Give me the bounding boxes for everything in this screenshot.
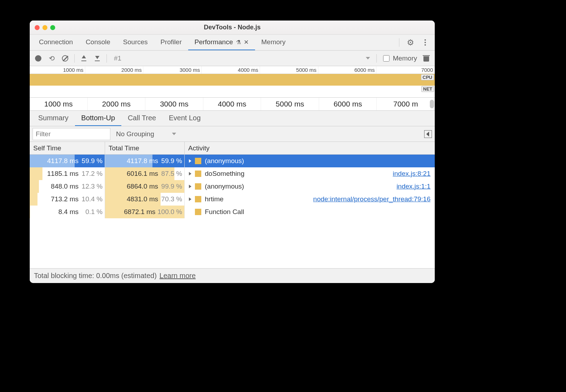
- memory-checkbox[interactable]: Memory: [382, 54, 417, 63]
- experiment-icon: ⚗: [236, 39, 241, 46]
- record-icon: [35, 55, 41, 62]
- load-profile-button[interactable]: [80, 54, 88, 63]
- recording-selector[interactable]: [112, 54, 371, 63]
- timeline-ruler[interactable]: 1000 ms 2000 ms 3000 ms 4000 ms 5000 ms …: [30, 98, 435, 111]
- panel-tab-summary[interactable]: Summary: [32, 111, 75, 126]
- window-close-button[interactable]: [35, 25, 40, 30]
- record-button[interactable]: [34, 54, 42, 63]
- table-row[interactable]: 4117.8 ms59.9 %4117.8 ms59.9 %(anonymous…: [30, 155, 435, 167]
- more-menu-button[interactable]: [421, 39, 429, 46]
- self-ms: 4117.8 ms: [47, 157, 79, 165]
- table-row[interactable]: 1185.1 ms17.2 %6016.1 ms87.5 %doSomethin…: [30, 167, 435, 180]
- total-time-cell: 6864.0 ms99.9 %: [105, 180, 185, 193]
- source-link[interactable]: node:internal/process/per_thread:79:16: [313, 195, 431, 203]
- kebab-icon: [424, 39, 426, 46]
- col-total-time[interactable]: Total Time: [105, 142, 185, 154]
- total-time-cell: 4831.0 ms70.3 %: [105, 193, 185, 206]
- total-percent: 99.9 %: [160, 183, 182, 190]
- overview-lanes: CPU NET: [30, 74, 435, 97]
- table-row[interactable]: 713.2 ms10.4 %4831.0 ms70.3 %hrtimenode:…: [30, 193, 435, 206]
- filter-input[interactable]: [33, 128, 110, 140]
- activity-name: Function Call: [205, 208, 244, 216]
- tick: 1000 ms: [30, 66, 85, 74]
- devtools-window: DevTools - Node.js Connection Console So…: [30, 21, 435, 283]
- window-title: DevTools - Node.js: [204, 24, 261, 31]
- table-row[interactable]: 848.0 ms12.3 %6864.0 ms99.9 %(anonymous)…: [30, 180, 435, 193]
- tab-connection[interactable]: Connection: [33, 35, 79, 50]
- total-ms: 4117.8 ms: [127, 157, 158, 165]
- category-swatch-icon: [195, 196, 201, 202]
- recording-name-input[interactable]: [113, 54, 127, 63]
- tab-label: Event Log: [169, 114, 201, 122]
- total-ms: 6016.1 ms: [127, 170, 158, 178]
- total-ms: 6872.1 ms: [124, 208, 156, 216]
- col-activity[interactable]: Activity: [185, 144, 435, 152]
- traffic-lights: [35, 25, 55, 30]
- table-row[interactable]: 8.4 ms0.1 %6872.1 ms100.0 %Function Call: [30, 206, 435, 218]
- total-percent: 100.0 %: [157, 208, 182, 216]
- self-ms: 1185.1 ms: [47, 170, 79, 178]
- bottom-up-table: Self Time Total Time Activity 4117.8 ms5…: [30, 142, 435, 268]
- reload-record-button[interactable]: ⟳: [47, 54, 56, 63]
- tab-sources[interactable]: Sources: [117, 35, 154, 50]
- gear-icon: ⚙: [407, 39, 414, 47]
- category-swatch-icon: [195, 209, 201, 215]
- grouping-select[interactable]: No Grouping: [116, 130, 176, 138]
- window-maximize-button[interactable]: [50, 25, 55, 30]
- memory-checkbox-input[interactable]: [383, 55, 389, 62]
- tab-performance[interactable]: Performance ⚗ ✕: [188, 35, 255, 50]
- category-swatch-icon: [195, 158, 201, 164]
- divider: [399, 38, 399, 47]
- performance-toolbar: ⟳ Memory: [30, 51, 435, 66]
- titlebar: DevTools - Node.js: [30, 21, 435, 35]
- table-body: 4117.8 ms59.9 %4117.8 ms59.9 %(anonymous…: [30, 155, 435, 218]
- self-percent: 17.2 %: [81, 170, 103, 178]
- tick: 6000 ms: [319, 98, 377, 110]
- upload-icon: [81, 55, 87, 62]
- close-icon[interactable]: ✕: [244, 39, 249, 46]
- activity-cell: (anonymous)index.js:1:1: [185, 180, 435, 193]
- category-swatch-icon: [195, 183, 201, 190]
- tab-label: Memory: [261, 38, 286, 46]
- scrollbar-thumb[interactable]: [430, 100, 434, 108]
- learn-more-link[interactable]: Learn more: [160, 272, 196, 280]
- tick: 7000 m: [377, 98, 435, 110]
- disclosure-triangle-icon[interactable]: [189, 185, 191, 188]
- tab-profiler[interactable]: Profiler: [154, 35, 188, 50]
- disclosure-triangle-icon[interactable]: [189, 159, 191, 163]
- reload-icon: ⟳: [49, 54, 55, 63]
- clear-button[interactable]: [61, 54, 69, 63]
- grouping-label: No Grouping: [116, 130, 154, 138]
- self-time-cell: 1185.1 ms17.2 %: [30, 167, 105, 180]
- self-time-cell: 848.0 ms12.3 %: [30, 180, 105, 193]
- panel-tab-call-tree[interactable]: Call Tree: [121, 111, 162, 126]
- tick: 2000 ms: [85, 66, 144, 74]
- tab-memory[interactable]: Memory: [255, 35, 292, 50]
- settings-button[interactable]: ⚙: [406, 39, 414, 46]
- gc-button[interactable]: [422, 54, 431, 63]
- save-profile-button[interactable]: [93, 54, 102, 63]
- tick: 3000 ms: [143, 66, 202, 74]
- tab-label: Bottom-Up: [81, 114, 115, 122]
- tick: 4000 ms: [203, 98, 261, 110]
- window-minimize-button[interactable]: [42, 25, 47, 30]
- activity-cell: (anonymous): [185, 155, 435, 167]
- bottom-panel-tabs: Summary Bottom-Up Call Tree Event Log: [30, 111, 435, 126]
- tab-console[interactable]: Console: [79, 35, 117, 50]
- panel-tab-bottom-up[interactable]: Bottom-Up: [75, 111, 122, 126]
- disclosure-triangle-icon[interactable]: [189, 172, 191, 175]
- source-link[interactable]: index.js:8:21: [393, 170, 431, 178]
- panel-tab-event-log[interactable]: Event Log: [162, 111, 207, 126]
- disclosure-triangle-icon[interactable]: [189, 197, 191, 201]
- activity-cell: hrtimenode:internal/process/per_thread:7…: [185, 193, 435, 206]
- overview-strip[interactable]: 1000 ms 2000 ms 3000 ms 4000 ms 5000 ms …: [30, 66, 435, 98]
- activity-cell: Function Call: [185, 206, 435, 218]
- source-link[interactable]: index.js:1:1: [397, 183, 431, 190]
- show-heaviest-stack-button[interactable]: [424, 130, 432, 138]
- self-ms: 8.4 ms: [58, 208, 79, 216]
- tick: 4000 ms: [202, 66, 260, 74]
- divider: [376, 54, 377, 63]
- col-self-time[interactable]: Self Time: [30, 142, 105, 154]
- self-ms: 713.2 ms: [51, 195, 79, 203]
- self-percent: 10.4 %: [81, 195, 103, 203]
